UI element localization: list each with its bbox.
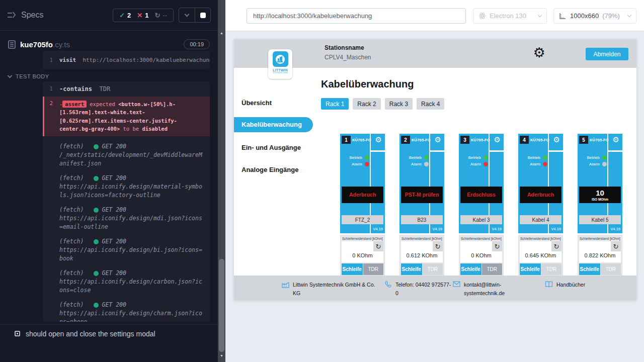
pending-test-row[interactable]: should open and close the settings modal bbox=[0, 324, 218, 342]
device-card: 1 KÜ705-FO ⚙ Betrieb Alarm Aderbruch FTZ… bbox=[340, 134, 385, 284]
schleife-button[interactable]: Schleife bbox=[579, 263, 600, 275]
nav-analoge-eingaenge[interactable]: Analoge Eingänge bbox=[242, 166, 298, 173]
url-input[interactable]: http://localhost:3000/kabelueberwachung bbox=[247, 8, 466, 24]
status-dot-icon bbox=[94, 208, 99, 213]
document-icon bbox=[8, 40, 16, 49]
specs-button[interactable]: Specs bbox=[7, 11, 113, 20]
tab-rack-4[interactable]: Rack 4 bbox=[417, 98, 444, 110]
schleife-button[interactable]: Schleife bbox=[401, 263, 422, 275]
device-gear-icon[interactable]: ⚙ bbox=[375, 136, 382, 143]
settings-gear-icon[interactable]: ⚙ bbox=[533, 46, 545, 60]
alarm-led bbox=[484, 162, 488, 166]
schleife-button[interactable]: Schleife bbox=[520, 263, 541, 275]
tdr-button[interactable]: TDR bbox=[482, 263, 503, 275]
tab-rack-1[interactable]: Rack 1 bbox=[321, 98, 349, 110]
fetch-log-row[interactable]: (fetch)GET 200 https://api.iconify.desig… bbox=[43, 237, 210, 263]
schleife-button[interactable]: Schleife bbox=[342, 263, 363, 275]
betrieb-led-row: Betrieb bbox=[461, 155, 488, 160]
nav-kabelueberwachung[interactable]: Kabelüberwachung bbox=[234, 117, 313, 132]
stop-icon bbox=[200, 13, 206, 18]
fetch-log-row[interactable]: (fetch)GET 200 https://api.iconify.desig… bbox=[43, 174, 210, 200]
browser-selector[interactable]: Electron 130 bbox=[473, 8, 547, 24]
device-gear-icon[interactable]: ⚙ bbox=[613, 136, 619, 143]
reporter-header: Specs ✓ 2 ✕ 1 ↻ -- bbox=[0, 0, 218, 31]
device-number-badge: 4 bbox=[520, 136, 529, 144]
contains-command-row[interactable]: 1 -contains TDR bbox=[43, 84, 210, 94]
aut-panel: http://localhost:3000/kabelueberwachung … bbox=[225, 0, 644, 362]
collapse-button[interactable] bbox=[179, 8, 195, 22]
scrollbar-thumb[interactable] bbox=[219, 259, 224, 352]
tdr-button[interactable]: TDR bbox=[541, 263, 562, 275]
logout-button[interactable]: Abmelden bbox=[586, 48, 628, 60]
aut-url-bar: http://localhost:3000/kabelueberwachung … bbox=[225, 0, 644, 31]
device-gear-icon[interactable]: ⚙ bbox=[435, 136, 441, 143]
resistance-value-box: ↻ 0 KOhm bbox=[342, 241, 383, 262]
firmware-version: V4.19 bbox=[551, 227, 561, 231]
reporter-scrollbar[interactable]: ▲ ▼ bbox=[218, 0, 225, 362]
viewport-selector[interactable]: 1000x660 (79%) bbox=[553, 8, 636, 24]
x-icon: ✕ bbox=[137, 12, 142, 19]
stop-button[interactable] bbox=[195, 8, 210, 22]
device-number-badge: 1 bbox=[342, 136, 351, 144]
device-card: 5 KÜ705-FO ⚙ Betrieb Alarm 10 ISO MOhm K… bbox=[578, 134, 622, 284]
nav-uebersicht[interactable]: Übersicht bbox=[242, 99, 272, 107]
resistance-value-box: ↻ 0.822 KOhm bbox=[579, 241, 621, 262]
refresh-button[interactable]: ↻ bbox=[611, 241, 621, 251]
fetch-log-row[interactable]: (fetch)GET 200 https://api.iconify.desig… bbox=[43, 301, 210, 322]
command-log: 1 -contains TDR 2 -assertexpected <butto… bbox=[43, 81, 210, 322]
resistance-value: 0.822 KOhm bbox=[579, 252, 621, 258]
device-display: 10 ISO MOhm bbox=[579, 187, 621, 203]
refresh-button[interactable]: ↻ bbox=[551, 241, 561, 251]
device-number-badge: 5 bbox=[579, 136, 588, 144]
cable-label: Kabel 4 bbox=[520, 215, 561, 224]
phone-icon bbox=[385, 281, 392, 298]
tdr-button[interactable]: TDR bbox=[601, 263, 621, 275]
resistance-value: 0.612 KOhm bbox=[401, 252, 443, 258]
device-card-module: 1 KÜ705-FO ⚙ Betrieb Alarm Aderbruch FTZ… bbox=[340, 134, 385, 233]
tab-rack-3[interactable]: Rack 3 bbox=[385, 98, 413, 110]
refresh-icon: ↻ bbox=[154, 12, 160, 19]
test-body-section-toggle[interactable]: TEST BODY bbox=[8, 73, 49, 79]
refresh-button[interactable]: ↻ bbox=[433, 241, 443, 251]
app-footer: Littwin Systemtechnik GmbH & Co.KG Telef… bbox=[234, 276, 636, 300]
page-title: Kabelüberwachung bbox=[321, 78, 414, 90]
assert-message: -assertexpected <button.w-[50%].h-[1.563… bbox=[59, 100, 202, 133]
nav-ein-und-ausgaenge[interactable]: Ein- und Ausgänge bbox=[242, 144, 301, 151]
refresh-button[interactable]: ↻ bbox=[492, 241, 502, 251]
test-square-icon bbox=[15, 331, 20, 336]
device-number-badge: 2 bbox=[401, 136, 410, 144]
fetch-log-row[interactable]: (fetch)GET 200 https://api.iconify.desig… bbox=[43, 269, 210, 295]
footer-item[interactable]: Handbücher bbox=[545, 281, 585, 289]
device-card-module: 4 KÜ705-FO ⚙ Betrieb Alarm Aderbruch Kab… bbox=[518, 134, 563, 233]
betrieb-led bbox=[543, 155, 547, 160]
footer-item[interactable]: Telefon: 04402 972577-0 bbox=[385, 281, 451, 298]
alarm-led bbox=[424, 162, 429, 166]
footer-item[interactable]: kontakt@littwin-systemtechnik.de bbox=[453, 281, 505, 298]
visit-command-row[interactable]: 1 visit http://localhost:3000/kabelueber… bbox=[43, 51, 210, 69]
tdr-button[interactable]: TDR bbox=[423, 263, 443, 275]
device-model: KÜ705-FO bbox=[530, 138, 549, 142]
chevron-down-icon bbox=[627, 13, 631, 17]
device-gear-icon[interactable]: ⚙ bbox=[553, 136, 560, 143]
scroll-up-icon[interactable]: ▲ bbox=[218, 31, 225, 35]
refresh-button[interactable]: ↻ bbox=[373, 241, 383, 251]
tdr-button[interactable]: TDR bbox=[363, 263, 384, 275]
passed-count: ✓ 2 bbox=[119, 12, 131, 19]
failed-assert-row[interactable]: 2 -assertexpected <button.w-[50%].h-[1.5… bbox=[43, 97, 210, 136]
device-model: KÜ705-FO bbox=[471, 138, 490, 142]
resistance-value: 0.645 KOhm bbox=[520, 252, 561, 258]
littwin-logo-icon bbox=[273, 51, 288, 67]
specs-label: Specs bbox=[21, 11, 43, 20]
footer-item[interactable]: Littwin Systemtechnik GmbH & Co.KG bbox=[282, 281, 375, 298]
alarm-led-row: Alarm bbox=[401, 162, 429, 166]
resistance-value: 0 KOhm bbox=[460, 252, 502, 258]
chevron-down-icon bbox=[538, 13, 542, 17]
scroll-down-icon[interactable]: ▼ bbox=[218, 354, 225, 357]
spec-file-name: kue705fo.cy.ts bbox=[20, 40, 70, 49]
tab-rack-2[interactable]: Rack 2 bbox=[353, 98, 380, 110]
device-gear-icon[interactable]: ⚙ bbox=[494, 136, 501, 143]
schleife-button[interactable]: Schleife bbox=[460, 263, 481, 275]
fetch-log-row[interactable]: (fetch)GET 200 https://api.iconify.desig… bbox=[43, 206, 210, 231]
fetch-log-row[interactable]: (fetch)GET 200 /_next/static/development… bbox=[43, 142, 210, 168]
status-dot-icon bbox=[94, 303, 99, 308]
